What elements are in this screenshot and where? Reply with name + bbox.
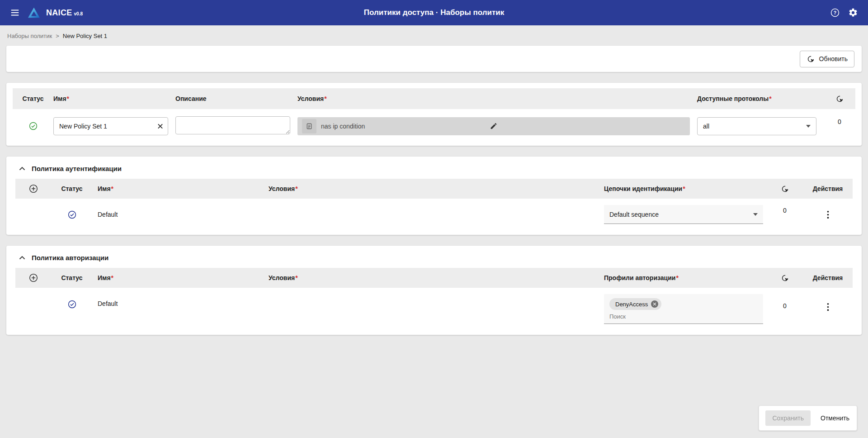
chevron-down-icon: [753, 213, 758, 216]
identity-chain-select-value: Default sequence: [609, 211, 659, 218]
authz-header-status: Статус: [52, 274, 92, 281]
kebab-menu-icon[interactable]: [823, 208, 833, 221]
add-authz-rule-plus-circle-icon[interactable]: [28, 272, 39, 284]
auth-header-actions: Действия: [803, 185, 853, 192]
auth-row-status-cell: [52, 210, 92, 219]
auth-add-cell: [15, 183, 52, 195]
hits-counter-icon: [807, 55, 815, 63]
breadcrumb-current: New Policy Set 1: [63, 33, 107, 39]
authz-header-hits: [767, 274, 803, 282]
header-status-label: Статус: [22, 95, 43, 102]
policy-name-input[interactable]: [53, 117, 168, 135]
auth-header-name-label: Имя: [98, 185, 111, 192]
authz-header-profiles-label: Профили авторизации: [604, 274, 675, 281]
save-button[interactable]: Сохранить: [765, 410, 811, 426]
identity-chain-select[interactable]: Default sequence: [604, 205, 763, 224]
hits-count: 0: [783, 302, 787, 309]
authz-header-conditions-label: Условия: [269, 274, 295, 281]
authz-profiles-field[interactable]: DenyAccess: [604, 294, 763, 324]
collapse-auth-chevron-up-icon[interactable]: [18, 166, 26, 171]
hits-counter-icon: [835, 95, 844, 103]
auth-row-hits: 0: [767, 205, 803, 214]
condition-value: nas ip condition: [321, 123, 365, 130]
breadcrumb-parent-link[interactable]: Наборы политик: [7, 33, 52, 39]
required-marker: *: [676, 274, 678, 281]
check-circle-blue-icon: [67, 210, 77, 219]
required-marker: *: [111, 185, 113, 192]
authz-section-title: Политика авторизации: [32, 254, 108, 262]
condition-field[interactable]: nas ip condition: [297, 117, 690, 135]
hits-count: 0: [783, 207, 787, 214]
app-bar: NAICE v0.8 Политики доступа · Наборы пол…: [0, 0, 868, 25]
protocols-select[interactable]: all: [697, 117, 816, 135]
cancel-button[interactable]: Отменить: [820, 410, 850, 426]
check-circle-blue-icon: [67, 300, 77, 309]
authz-header-actions: Действия: [803, 274, 853, 281]
chevron-down-icon: [806, 125, 811, 128]
required-marker: *: [111, 274, 113, 281]
protocols-select-value: all: [703, 123, 709, 130]
breadcrumb-separator: >: [56, 33, 59, 39]
header-conditions: Условия*: [297, 95, 697, 102]
required-marker: *: [67, 95, 69, 102]
pencil-icon[interactable]: [488, 120, 500, 132]
auth-header-identity-chains-label: Цепочки идентификации: [604, 185, 682, 192]
help-icon[interactable]: ?: [828, 6, 842, 19]
gear-icon[interactable]: [846, 6, 860, 19]
footer-actions: Сохранить Отменить: [759, 405, 857, 431]
policy-set-table: Статус Имя* Описание Условия* Доступные …: [6, 83, 862, 146]
app-version: v0.8: [74, 11, 83, 16]
authz-header-name-label: Имя: [98, 274, 111, 281]
authz-section-head: Политика авторизации: [6, 246, 862, 268]
profiles-search-input[interactable]: [609, 312, 750, 321]
auth-section-title: Политика аутентификации: [32, 165, 122, 172]
authz-header-name: Имя*: [92, 274, 269, 281]
policy-set-hits-cell: 0: [824, 116, 855, 125]
app-bar-right: ?: [828, 6, 860, 19]
authz-row-status-cell: [52, 294, 92, 309]
policy-set-name-cell: [53, 117, 175, 135]
header-hits: [824, 95, 855, 103]
hits-counter-icon: [781, 185, 789, 193]
breadcrumb: Наборы политик > New Policy Set 1: [0, 25, 868, 46]
auth-section-head: Политика аутентификации: [6, 157, 862, 179]
refresh-button[interactable]: Обновить: [800, 51, 854, 67]
chip-remove-icon[interactable]: [651, 300, 658, 308]
kebab-menu-icon[interactable]: [823, 300, 833, 314]
auth-row-name: Default: [92, 211, 269, 218]
authz-table: Статус Имя* Условия* Профили авторизации…: [6, 268, 862, 335]
authz-add-cell: [15, 272, 52, 284]
page-title: Политики доступа · Наборы политик: [364, 8, 504, 17]
policy-set-card: Статус Имя* Описание Условия* Доступные …: [6, 83, 862, 146]
app-bar-left: NAICE v0.8: [8, 6, 83, 19]
collapse-authz-chevron-up-icon[interactable]: [18, 255, 26, 261]
clear-x-icon[interactable]: [155, 121, 165, 131]
authz-header-profiles: Профили авторизации*: [604, 274, 767, 281]
toolbar-card: Обновить: [6, 46, 862, 72]
policy-set-protocols-cell: all: [697, 117, 824, 135]
authz-row-hits: 0: [767, 294, 803, 309]
auth-header-actions-label: Действия: [813, 185, 843, 192]
required-marker: *: [683, 185, 685, 192]
header-description-label: Описание: [175, 95, 207, 102]
authz-row-actions-cell: [803, 294, 853, 314]
add-auth-rule-plus-circle-icon[interactable]: [28, 183, 39, 195]
auth-table: Статус Имя* Условия* Цепочки идентификац…: [6, 179, 862, 235]
header-description: Описание: [175, 95, 297, 102]
menu-icon[interactable]: [8, 6, 22, 19]
required-marker: *: [295, 185, 297, 192]
app-brand-group: NAICE v0.8: [46, 8, 83, 18]
hits-counter-icon: [781, 274, 789, 282]
profile-chip: DenyAccess: [609, 298, 661, 310]
condition-list-icon: [302, 119, 316, 133]
authz-header-status-label: Статус: [61, 274, 82, 281]
description-textarea[interactable]: [175, 116, 290, 134]
auth-header-conditions: Условия*: [269, 185, 604, 192]
profile-chip-label: DenyAccess: [615, 301, 648, 308]
authz-rule-row: Default DenyAccess 0: [15, 288, 853, 327]
authz-header-conditions: Условия*: [269, 274, 604, 281]
header-protocols: Доступные протоколы*: [697, 95, 824, 102]
header-protocols-label: Доступные протоколы: [697, 95, 769, 102]
required-marker: *: [295, 274, 297, 281]
authz-table-header: Статус Имя* Условия* Профили авторизации…: [15, 268, 853, 288]
